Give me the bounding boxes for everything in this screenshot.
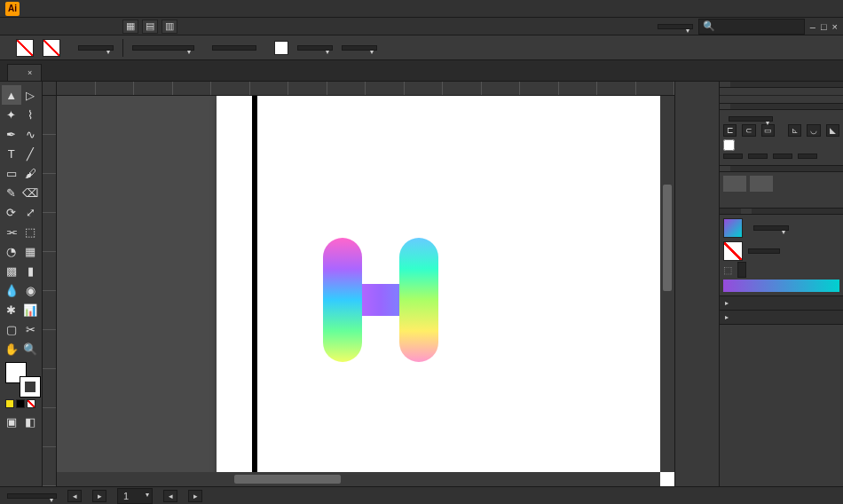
panel-character-collapsed[interactable] <box>720 311 843 325</box>
tab-brushes[interactable] <box>720 166 730 171</box>
ruler-vertical[interactable] <box>43 96 57 486</box>
scroll-thumb-h[interactable] <box>234 475 341 484</box>
free-transform-tool[interactable]: ⬚ <box>21 222 41 241</box>
fill-swatch[interactable] <box>16 39 34 57</box>
dash-checkbox[interactable] <box>723 139 735 151</box>
window-min[interactable] <box>772 3 792 15</box>
eraser-tool[interactable]: ⌫ <box>21 183 41 202</box>
dash1[interactable] <box>723 154 743 159</box>
zoom-dropdown[interactable] <box>7 493 57 499</box>
window-max2[interactable]: □ <box>821 21 827 32</box>
brush-profile-dropdown[interactable] <box>132 45 194 51</box>
gradient-ramp[interactable] <box>723 280 839 292</box>
slice-tool[interactable]: ✂ <box>21 319 41 339</box>
type-tool[interactable]: T <box>2 144 21 163</box>
menu-edit[interactable] <box>18 25 28 28</box>
menu-view[interactable] <box>80 25 91 28</box>
scrollbar-vertical[interactable] <box>660 96 674 472</box>
zoom-tool[interactable]: 🔍 <box>21 339 41 358</box>
dash2[interactable] <box>773 154 792 159</box>
canvas[interactable] <box>57 96 674 486</box>
lasso-tool[interactable]: ⌇ <box>21 105 41 124</box>
nav-prev[interactable]: ◂ <box>67 490 82 502</box>
gradient-stroke[interactable] <box>723 241 743 261</box>
tab-layers[interactable] <box>720 82 730 87</box>
width-tool[interactable]: ⫘ <box>2 222 21 241</box>
color-chip[interactable] <box>5 399 14 408</box>
nav-next2[interactable]: ▸ <box>188 490 202 502</box>
hand-tool[interactable]: ✋ <box>2 339 21 358</box>
menu-file[interactable] <box>5 25 16 28</box>
letter-h-gradient[interactable] <box>323 238 438 362</box>
style-swatch[interactable] <box>274 41 288 55</box>
color-chip[interactable] <box>16 399 25 408</box>
join-round[interactable]: ◡ <box>807 124 820 137</box>
weight-input[interactable] <box>729 116 773 122</box>
gap2[interactable] <box>798 154 817 159</box>
direct-select-tool[interactable]: ▷ <box>21 85 41 105</box>
artboard-tool[interactable]: ▢ <box>2 319 21 339</box>
brush-swatch[interactable] <box>750 176 773 192</box>
mesh-tool[interactable]: ▩ <box>2 261 21 280</box>
panel-transform-collapsed[interactable] <box>720 296 843 311</box>
nav-next[interactable]: ▸ <box>92 490 106 502</box>
stroke-color[interactable] <box>20 376 41 398</box>
scrollbar-horizontal[interactable] <box>57 472 660 486</box>
gap1[interactable] <box>748 154 768 159</box>
window-close2[interactable]: × <box>832 21 838 32</box>
rotate-tool[interactable]: ⟳ <box>2 202 21 222</box>
line-tool[interactable]: ╱ <box>21 144 41 163</box>
tab-close-icon[interactable]: × <box>28 68 32 77</box>
doc-setup-button[interactable] <box>297 45 333 51</box>
grad-opacity[interactable] <box>737 262 746 278</box>
arrange2-icon[interactable]: ▤ <box>142 20 158 34</box>
prefs-button[interactable] <box>342 45 377 51</box>
selection-tool[interactable]: ▲ <box>2 85 21 105</box>
cap-round[interactable]: ⊂ <box>742 124 755 137</box>
window-max[interactable] <box>795 3 815 15</box>
menu-type[interactable] <box>43 25 53 28</box>
curvature-tool[interactable]: ∿ <box>21 124 41 144</box>
tab-libraries[interactable] <box>741 82 752 87</box>
tab-gradient2[interactable] <box>741 209 752 214</box>
scale-tool[interactable]: ⤢ <box>21 202 41 222</box>
rect-tool[interactable]: ▭ <box>2 163 21 183</box>
join-bevel[interactable]: ◣ <box>826 124 839 137</box>
menu-object[interactable] <box>30 25 41 28</box>
workspace-dropdown[interactable] <box>658 24 693 29</box>
document-tab[interactable]: × <box>7 64 42 81</box>
gradient-tool[interactable]: ▮ <box>21 261 41 280</box>
tab-swatches[interactable] <box>730 209 741 214</box>
scroll-thumb-v[interactable] <box>663 185 672 291</box>
arrange3-icon[interactable]: ▥ <box>162 20 177 34</box>
graph-tool[interactable]: 📊 <box>21 300 41 319</box>
menu-window[interactable] <box>92 25 103 28</box>
brush-swatch[interactable] <box>723 176 746 192</box>
artboard-nav[interactable]: 1 <box>117 488 153 504</box>
shape-builder-tool[interactable]: ◔ <box>2 241 21 261</box>
menu-help[interactable] <box>105 25 115 28</box>
search-input[interactable]: 🔍 <box>698 19 805 35</box>
tab-stroke[interactable] <box>720 104 730 109</box>
pen-tool[interactable]: ✒ <box>2 124 21 144</box>
gradient-angle[interactable] <box>748 248 780 254</box>
tab-artboards[interactable] <box>730 82 741 87</box>
window-close[interactable] <box>818 3 838 15</box>
gradient-type-dropdown[interactable] <box>753 225 789 231</box>
opacity-input[interactable] <box>212 45 256 51</box>
tab-color[interactable] <box>720 209 730 214</box>
symbol-sprayer-tool[interactable]: ✱ <box>2 300 21 319</box>
ruler-origin[interactable] <box>43 82 57 96</box>
join-miter[interactable]: ⊾ <box>788 124 801 137</box>
magic-wand-tool[interactable]: ✦ <box>2 105 21 124</box>
perspective-tool[interactable]: ▦ <box>21 241 41 261</box>
ruler-horizontal[interactable] <box>57 82 674 96</box>
menu-select[interactable] <box>55 25 66 28</box>
brush-tool[interactable]: 🖌 <box>21 163 41 183</box>
menu-effect[interactable] <box>67 25 78 28</box>
gradient-preview[interactable] <box>723 218 743 238</box>
fill-stroke-indicator[interactable] <box>5 362 41 398</box>
stroke-swatch[interactable] <box>43 39 60 57</box>
stroke-weight-dropdown[interactable] <box>78 45 114 51</box>
screen-mode-tool[interactable]: ▣ <box>2 412 21 431</box>
